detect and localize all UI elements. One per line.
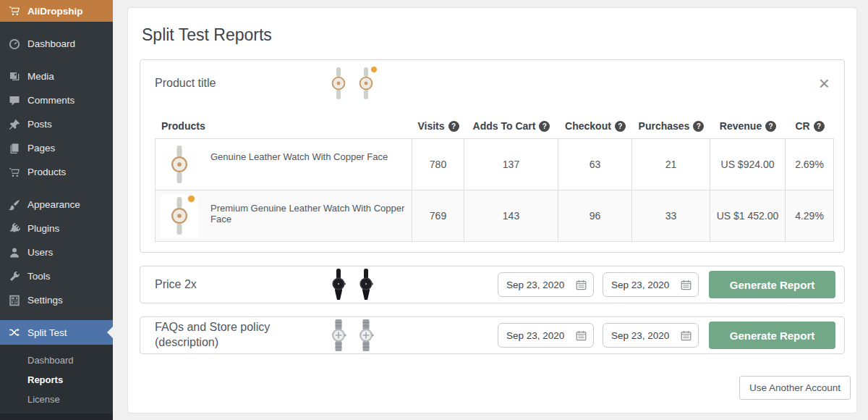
sidebar-item-appearance[interactable]: Appearance [0,193,113,217]
report-table-body: Genuine Leather Watch With Copper Face 7… [155,138,834,242]
sidebar-item-pages[interactable]: Pages [0,136,113,160]
watch-leather-thumbnail-icon [331,67,346,99]
sidebar-item-dashboard[interactable]: Dashboard [0,32,113,56]
test-thumbnails [331,269,374,301]
sidebar-item-label: Dashboard [27,38,75,49]
checkout-cell: 96 [558,190,631,241]
adds-to-cart-cell: 137 [464,139,558,190]
watch-leather-premium-thumbnail-icon [161,194,197,238]
brand-label: AliDropship [27,6,83,17]
cr-cell: 4.29% [785,190,833,241]
test-row-faqs-store-policy: FAQs and Store policy (description) Sep … [140,316,845,354]
split-test-submenu: Dashboard Reports License [0,345,113,416]
revenue-cell: US $1 452.00 [710,190,785,241]
column-header-revenue: Revenue ? [710,114,786,138]
sidebar-item-label: Comments [27,95,75,106]
date-from-input[interactable]: Sep 23, 2020 [498,323,594,348]
product-name: Premium Genuine Leather Watch With Coppe… [210,194,406,224]
admin-menu: Dashboard Media Comments Posts Pages [0,22,113,345]
submenu-item-license[interactable]: License [0,390,113,409]
column-header-purchases: Purchases ? [632,114,710,138]
sidebar-item-products[interactable]: Products [0,160,113,184]
sidebar-item-comments[interactable]: Comments [0,88,113,112]
help-icon[interactable]: ? [765,121,776,132]
product-name: Genuine Leather Watch With Copper Face [210,143,388,162]
sidebar-item-label: Posts [27,119,52,130]
calendar-icon [681,280,692,290]
wrench-icon [8,270,20,282]
test-title: Price 2x [155,277,331,293]
date-to-input[interactable]: Sep 23, 2020 [603,323,699,348]
product-cell: Genuine Leather Watch With Copper Face [156,139,412,190]
pushpin-icon [8,118,20,130]
help-icon[interactable]: ? [615,121,626,132]
calendar-icon [681,330,692,341]
plug-icon [8,222,20,235]
premium-badge [187,195,195,203]
sidebar-item-plugins[interactable]: Plugins [0,217,113,240]
watch-steel-thumbnail-icon [358,319,374,351]
submenu-item-dashboard[interactable]: Dashboard [0,350,113,370]
sidebar-brand[interactable]: AliDropship [0,0,113,22]
visits-cell: 769 [412,190,464,241]
comment-bubble-icon [8,94,20,106]
table-row: Genuine Leather Watch With Copper Face 7… [156,139,833,190]
date-value: Sep 23, 2020 [506,280,564,290]
sidebar-item-media[interactable]: Media [0,64,113,88]
test-thumbnails [331,67,374,99]
test-title: Product title [155,76,331,91]
generate-report-button[interactable]: Generate Report [709,322,835,349]
sidebar-item-label: Appearance [27,199,80,210]
sidebar-item-label: Users [27,247,53,258]
watch-black-thumbnail-icon [331,269,346,301]
sidebar-item-users[interactable]: Users [0,240,113,264]
adds-to-cart-cell: 143 [464,190,558,241]
purchases-cell: 21 [631,139,710,190]
help-icon[interactable]: ? [539,121,550,132]
column-label: Visits [417,120,444,132]
help-icon[interactable]: ? [693,121,704,132]
cart-icon [8,5,20,17]
sidebar-item-settings[interactable]: Settings [0,288,113,312]
footer-actions: Use Another Account [140,376,851,400]
sidebar-item-label: Products [27,167,66,177]
pages-icon [8,142,20,154]
sidebar-item-posts[interactable]: Posts [0,112,113,136]
date-to-input[interactable]: Sep 23, 2020 [603,272,699,297]
column-label: Products [161,120,205,132]
submenu-item-reports[interactable]: Reports [0,370,113,390]
checkout-cell: 63 [558,139,631,190]
column-header-products: Products [155,114,412,138]
generate-report-button[interactable]: Generate Report [709,271,835,298]
test-row-price-2x: Price 2x Sep 23, 2020 Sep 23, 2020 [140,266,845,303]
report-card-product-title: Product title × Products [140,59,845,253]
visits-cell: 780 [412,139,464,190]
purchases-cell: 33 [631,190,710,241]
page-card: Split Test Reports Product title × [127,7,857,413]
product-cell: Premium Genuine Leather Watch With Coppe… [156,190,412,241]
page-title: Split Test Reports [142,25,845,45]
current-item-arrow [107,327,113,338]
test-thumbnails [331,319,374,351]
column-label: Adds To Cart [473,120,536,132]
cr-cell: 2.69% [785,139,833,190]
sidebar-item-label: Tools [27,271,51,282]
use-another-account-button[interactable]: Use Another Account [739,376,851,400]
column-label: Purchases [639,120,690,132]
column-header-adds-to-cart: Adds To Cart ? [464,114,558,138]
close-icon[interactable]: × [814,74,834,93]
column-label: Checkout [565,120,611,132]
report-table-header: Products Visits ? Adds To Cart ? Checkou… [155,114,834,138]
date-from-input[interactable]: Sep 23, 2020 [498,272,594,297]
sidebar-item-tools[interactable]: Tools [0,264,113,288]
watch-black-thumbnail-icon [358,269,374,301]
sidebar-item-split-test[interactable]: Split Test [0,320,113,345]
date-value: Sep 23, 2020 [611,330,669,341]
sidebar-item-label: Media [27,71,54,82]
column-label: Revenue [720,120,762,132]
admin-sidebar: AliDropship Dashboard Media Comments Pos… [0,0,113,420]
user-icon [8,246,20,259]
help-icon[interactable]: ? [448,121,459,132]
help-icon[interactable]: ? [814,121,825,132]
premium-badge [370,66,378,73]
